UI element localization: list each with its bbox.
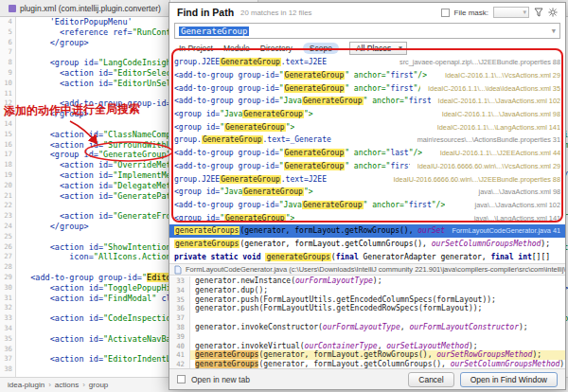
- line-number: 6: [0, 38, 12, 48]
- search-result-row[interactable]: <group id="JavaGenerateGroup">java\...\J…: [169, 186, 565, 199]
- search-result-row[interactable]: <add-to-group group-id="GenerateGroup" a…: [169, 160, 565, 173]
- search-history-chevron-icon[interactable]: ▼: [552, 27, 556, 35]
- preview-file-path: FormLayoutCodeGenerator.java (c:\Users\D…: [186, 265, 565, 274]
- match-highlight: generateGroups: [265, 253, 330, 261]
- search-result-row[interactable]: group.GenerateGroup.text=_Generatemain\r…: [169, 134, 565, 147]
- ide-window: plugin.xml (com.intellij.plugin.converte…: [0, 0, 568, 392]
- chevron-down-icon: ▼: [398, 45, 403, 51]
- search-row: GenerateGroup ▼: [174, 23, 560, 39]
- line-number: 38: [169, 323, 190, 332]
- code-preview-pane[interactable]: 33generator.newInstance(ourFormLayoutTyp…: [169, 276, 565, 369]
- match-highlight: GenerateGroup: [284, 162, 346, 170]
- line-number: 14: [0, 119, 12, 130]
- editor-tab[interactable]: plugin.xml (com.intellij.plugin.converte…: [0, 0, 170, 16]
- match-highlight: GenerateGroup: [202, 135, 263, 144]
- line-number: 16: [0, 140, 12, 151]
- match-highlight: generateGroups: [174, 226, 240, 235]
- search-result-row[interactable]: <add-to-group group-id="JavaGenerateGrou…: [169, 95, 565, 108]
- filter-icon[interactable]: [534, 8, 543, 17]
- search-result-row[interactable]: group.J2EEGenerateGroup.text=J2EEIdeaIU-…: [169, 172, 565, 186]
- preview-code-line: 34generator.dup();: [169, 286, 565, 295]
- preview-code: generator.invokeVirtual(ourContainerType…: [190, 342, 565, 351]
- result-file-ref: IdeaIU-2016.6666.60.win\...\VcsActions.x…: [410, 162, 560, 170]
- match-highlight: GenerateGroup: [284, 149, 346, 157]
- line-number: 34: [0, 324, 12, 334]
- open-in-find-window-button[interactable]: Open in Find Window: [460, 372, 558, 387]
- preview-code: generator.push(FormLayoutUtils.getEncode…: [190, 295, 565, 305]
- match-highlight: generateGroups: [195, 350, 258, 359]
- line-number: 19: [0, 170, 12, 181]
- search-result-row[interactable]: <group id="JavaGenerateGroup">IdeaIC-201…: [169, 108, 565, 121]
- line-number: 12: [0, 98, 12, 109]
- settings-gear-icon[interactable]: [548, 8, 558, 17]
- match-highlight: GenerateGroup: [302, 97, 364, 105]
- search-result-row[interactable]: generateGroups(generator, formLayout.get…: [169, 224, 565, 238]
- search-result-row[interactable]: <add-to-group group-id="GenerateGroup" a…: [169, 147, 565, 160]
- result-file-ref: src_javaee-openapi.zip\...\J2EEBundle.pr…: [392, 58, 560, 66]
- match-highlight: GenerateGroup: [242, 110, 304, 118]
- preview-code: [190, 313, 565, 323]
- result-text: <add-to-group group-id="GenerateGroup" a…: [174, 162, 410, 170]
- line-number: 35: [169, 295, 190, 305]
- scope-tab-in-project[interactable]: In Project: [179, 44, 213, 53]
- match-highlight: GenerateGroup: [302, 201, 364, 209]
- scope-tab-directory[interactable]: Directory: [260, 44, 293, 53]
- search-input[interactable]: GenerateGroup ▼: [174, 23, 560, 39]
- preview-code: generator.newInstance(ourFormLayoutType)…: [190, 276, 565, 286]
- preview-code-line: 37: [169, 313, 565, 323]
- search-result-row[interactable]: <group id="GenerateGroup">java\...\LangA…: [169, 211, 565, 224]
- match-highlight: GenerateGroup: [220, 58, 281, 66]
- preview-code-line: 39: [169, 332, 565, 342]
- preview-code-line: 41generateGroups(generator, formLayout.g…: [169, 350, 565, 360]
- file-mask-label: File mask:: [454, 9, 488, 17]
- search-result-row[interactable]: private static void generateGroups(final…: [169, 250, 565, 263]
- preview-code-line: 36generator.push(FormLayoutUtils.getEnco…: [169, 304, 565, 313]
- line-number: 15: [0, 130, 12, 140]
- breadcrumb-item[interactable]: group: [89, 381, 108, 389]
- search-result-row[interactable]: group.J2EEGenerateGroup.text=J2EEsrc_jav…: [169, 56, 565, 69]
- cancel-button[interactable]: Cancel: [408, 372, 453, 387]
- breadcrumb-item[interactable]: idea-plugin: [8, 381, 44, 389]
- header-controls: File mask: ▾: [441, 7, 558, 18]
- find-in-path-dialog: Find in Path 20 matches in 12 files File…: [169, 2, 566, 390]
- line-number: 25: [0, 232, 12, 242]
- scope-tab-module[interactable]: Module: [223, 44, 250, 53]
- result-text: <add-to-group group-id="JavaGenerateGrou…: [174, 97, 431, 105]
- line-number: 9: [0, 68, 12, 79]
- result-file-ref: IdeaIU-2016.6666.60.win\...\J2EEBundle.p…: [386, 175, 560, 184]
- match-summary: 20 matches in 12 files: [240, 9, 311, 17]
- line-number: 28: [0, 262, 12, 273]
- file-mask-combo[interactable]: ▾: [493, 7, 529, 18]
- file-mask-checkbox[interactable]: [441, 9, 450, 17]
- line-number: 11: [0, 89, 12, 99]
- search-results-list[interactable]: group.J2EEGenerateGroup.text=J2EEsrc_jav…: [169, 56, 565, 263]
- open-in-new-tab-checkbox[interactable]: [177, 375, 186, 383]
- search-result-row[interactable]: <add-to-group group-id="JavaGenerateGrou…: [169, 199, 565, 212]
- line-number: 36: [0, 345, 12, 355]
- result-text: <add-to-group group-id="GenerateGroup" a…: [174, 149, 422, 157]
- result-text: group.J2EEGenerateGroup.text=J2EE: [174, 175, 327, 184]
- result-file-ref: IdeaIC-2016.1.1\...\JavaActions.xml 98: [435, 110, 560, 118]
- line-number: 8: [0, 58, 12, 68]
- scope-select[interactable]: All Places▼: [349, 42, 407, 55]
- breadcrumb-item[interactable]: actions: [55, 381, 79, 389]
- dialog-title: Find in Path: [177, 7, 234, 18]
- line-number: 40: [169, 342, 190, 351]
- scope-row: In ProjectModuleDirectoryScopeAll Places…: [179, 42, 560, 55]
- line-number: 17: [0, 150, 12, 160]
- search-result-row[interactable]: generateGroups(generator, formLayout.get…: [169, 238, 565, 251]
- result-text: group.GenerateGroup.text=_Generate: [174, 135, 331, 144]
- result-file-ref: IdeaIC-2016.1.1\...\JavaActions.xml 102: [431, 97, 560, 105]
- line-number: 31: [0, 294, 12, 304]
- result-file-ref: java\...\JavaActions.xml 102: [468, 201, 560, 209]
- search-result-row[interactable]: <add-to-group group-id="GenerateGroup" a…: [169, 81, 565, 95]
- search-result-row[interactable]: <group id="GenerateGroup">IdeaIC-2016.1.…: [169, 120, 565, 134]
- line-number: 39: [169, 332, 190, 342]
- search-result-row[interactable]: <add-to-group group-id="GenerateGroup" a…: [169, 69, 565, 82]
- result-file-ref: IdeaIU-2016.1.1\...\J2EEActions.xml 44: [433, 149, 560, 157]
- result-text: <group id="GenerateGroup">: [174, 214, 294, 223]
- scope-tab-scope[interactable]: Scope: [303, 43, 339, 54]
- result-file-ref: main\resources\...\ActionsBundle.propert…: [410, 135, 560, 144]
- match-highlight: GenerateGroup: [284, 84, 346, 93]
- result-text: <add-to-group group-id="GenerateGroup" a…: [174, 71, 427, 80]
